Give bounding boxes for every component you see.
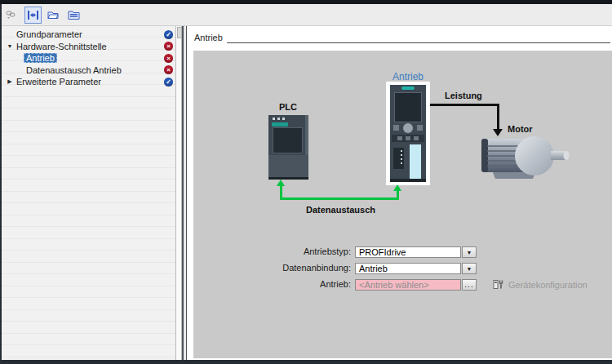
plc-display xyxy=(273,127,303,153)
status-error-icon: × xyxy=(164,54,173,63)
title-rule xyxy=(227,42,610,43)
plc-led-icons xyxy=(273,118,285,120)
sidebar-item-datenaustausch-antrieb[interactable]: Datenaustausch Antrieb xyxy=(2,64,162,77)
close-all-button[interactable] xyxy=(65,7,82,24)
sidebar-item-erweiterte-parameter[interactable]: ▶ Erweiterte Parameter xyxy=(2,76,162,88)
exchange-label: Datenaustausch xyxy=(282,205,400,215)
expand-open-icon[interactable]: ▼ xyxy=(6,41,14,53)
drive-device xyxy=(390,85,426,182)
plc-device[interactable] xyxy=(268,115,308,180)
open-all-button[interactable] xyxy=(45,7,62,24)
power-line xyxy=(430,104,499,106)
window-bottom-bar xyxy=(0,360,612,364)
power-line xyxy=(497,104,499,130)
motor-device[interactable] xyxy=(479,135,570,182)
drive-diagram-canvas: PLC Antrieb xyxy=(193,51,612,358)
form-row-datenanbindung: Datenanbindung: Antrieb ▼ xyxy=(193,263,612,274)
status-error-icon: × xyxy=(164,65,173,74)
siemens-badge-icon xyxy=(272,122,288,127)
antriebstyp-label: Antriebstyp: xyxy=(242,246,351,256)
datenanbindung-label: Datenanbindung: xyxy=(242,263,351,273)
drive-label: Antrieb xyxy=(386,71,430,82)
form-row-antrieb: Antrieb: <Antrieb wählen> ... Gerätekonf… xyxy=(193,279,612,291)
motor-label: Motor xyxy=(508,124,533,134)
main-pane: Antrieb PLC Antrieb xyxy=(187,26,612,360)
sidebar-item-grundparameter[interactable]: Grundparameter xyxy=(2,29,162,41)
drive-knob-icon xyxy=(403,123,413,133)
antrieb-picker-field[interactable]: <Antrieb wählen> xyxy=(355,279,461,291)
sidebar-item-antrieb[interactable]: Antrieb xyxy=(2,52,162,64)
siemens-badge-icon xyxy=(401,87,415,90)
device-configuration-link[interactable]: Gerätekonfiguration xyxy=(493,279,588,290)
browse-button[interactable]: ... xyxy=(462,279,477,291)
chevron-down-icon[interactable]: ▼ xyxy=(462,246,477,258)
antriebstyp-select[interactable]: PROFIdrive xyxy=(355,246,461,258)
page-title: Antrieb xyxy=(194,33,223,42)
expand-closed-icon[interactable]: ▶ xyxy=(6,76,14,88)
form-row-antriebstyp: Antriebstyp: PROFIdrive ▼ xyxy=(193,246,612,258)
drive-display xyxy=(394,92,422,122)
device-config-icon xyxy=(493,279,504,290)
properties-toolbar xyxy=(2,4,612,26)
status-error-icon: × xyxy=(164,42,173,51)
drive-cover-panel xyxy=(410,144,421,179)
navigation-sidebar: Grundparameter ▼ Hardware-Schnittstelle … xyxy=(2,26,175,360)
exchange-line xyxy=(280,198,399,200)
drive-device-selected[interactable] xyxy=(386,82,430,185)
plc-label: PLC xyxy=(259,102,317,112)
status-ok-icon: ✓ xyxy=(164,78,173,87)
fit-width-button[interactable] xyxy=(24,7,42,24)
window-left-edge xyxy=(0,4,2,360)
drive-terminal-block xyxy=(393,148,404,169)
chevron-down-icon[interactable]: ▼ xyxy=(462,263,477,274)
status-ok-icon: ✓ xyxy=(164,30,173,39)
link-windows-icon[interactable] xyxy=(5,8,18,21)
sidebar-item-hardware-schnittstelle[interactable]: ▼ Hardware-Schnittstelle xyxy=(2,41,162,53)
datenanbindung-select[interactable]: Antrieb xyxy=(355,263,461,274)
parameter-tree: Grundparameter ▼ Hardware-Schnittstelle … xyxy=(2,29,162,88)
power-label: Leistung xyxy=(445,91,482,100)
antrieb-label: Antrieb: xyxy=(242,279,351,289)
sidebar-scrollbar[interactable] xyxy=(175,26,182,360)
